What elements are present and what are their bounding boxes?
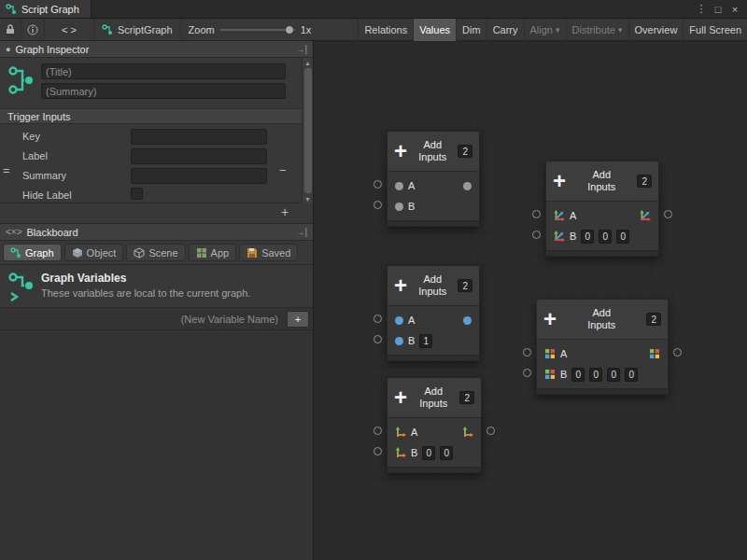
input-count-badge: 2 xyxy=(646,313,661,326)
align-dropdown[interactable]: Align ▾ xyxy=(524,19,566,41)
plus-icon: + xyxy=(543,310,557,329)
tab-label: Scene xyxy=(148,247,177,259)
label-label: Label xyxy=(22,150,48,161)
hide-label-checkbox[interactable] xyxy=(131,188,143,200)
carry-button[interactable]: Carry xyxy=(486,19,524,41)
port-row: B 1 xyxy=(388,330,479,351)
output-port[interactable] xyxy=(664,210,672,218)
summary-input[interactable] xyxy=(131,168,267,184)
scroll-up-icon[interactable]: ▲ xyxy=(304,58,311,67)
add-variable-button[interactable]: + xyxy=(287,311,309,328)
input-port-a[interactable] xyxy=(532,210,541,218)
add-item-button[interactable]: + xyxy=(281,206,289,218)
input-port-a[interactable] xyxy=(374,180,382,189)
vector4-icon xyxy=(544,369,556,380)
input-port-b[interactable] xyxy=(374,201,382,209)
drag-handle-icon[interactable]: = xyxy=(3,164,10,176)
input-port-a[interactable] xyxy=(523,348,531,357)
port-label: B xyxy=(408,201,415,212)
maximize-icon[interactable]: □ xyxy=(710,1,726,18)
relations-button[interactable]: Relations xyxy=(358,19,413,41)
value-input[interactable]: 0 xyxy=(607,368,620,382)
output-port[interactable] xyxy=(673,348,682,357)
graph-variables-icon xyxy=(7,271,35,302)
add-inputs-node-number[interactable]: + Add Inputs 2 A B 1 xyxy=(387,265,480,361)
edit-script-button[interactable]: < > xyxy=(45,19,94,41)
port-label: A xyxy=(408,315,415,326)
tab-menu-icon[interactable]: ⋮ xyxy=(693,1,710,18)
key-input[interactable] xyxy=(131,129,267,145)
distribute-dropdown[interactable]: Distribute ▾ xyxy=(566,19,628,41)
overview-button[interactable]: Overview xyxy=(628,19,684,41)
output-port[interactable] xyxy=(486,427,495,435)
graph-breadcrumb[interactable]: ScriptGraph xyxy=(94,19,181,41)
tab-label: Saved xyxy=(261,247,290,259)
new-variable-row: + xyxy=(0,308,313,330)
info-button[interactable] xyxy=(21,19,45,41)
tab-label: Object xyxy=(87,247,117,259)
value-input[interactable]: 0 xyxy=(589,368,602,382)
dock-icon[interactable]: →| xyxy=(295,44,307,54)
trigger-inputs-section-header: Trigger Inputs xyxy=(0,108,303,124)
plus-icon: + xyxy=(553,172,566,190)
graph-summary-input[interactable] xyxy=(41,83,286,99)
add-inputs-node-vector3[interactable]: + Add Inputs 2 A xyxy=(545,161,659,257)
tab-graph[interactable]: Graph xyxy=(3,244,62,261)
tab-object[interactable]: Object xyxy=(64,244,124,261)
graph-tab-icon xyxy=(10,247,21,259)
port-row: B 0 0 0 0 xyxy=(537,364,668,385)
remove-item-button[interactable]: − xyxy=(279,164,287,176)
vector3-icon xyxy=(554,231,565,242)
window-tab[interactable]: Script Graph xyxy=(0,0,92,18)
value-input[interactable]: 0 xyxy=(625,368,638,382)
value-input[interactable]: 0 xyxy=(616,230,629,244)
tab-app[interactable]: App xyxy=(189,244,237,261)
add-inputs-node-object[interactable]: + Add Inputs 2 A B xyxy=(387,131,480,227)
dim-button[interactable]: Dim xyxy=(456,19,486,41)
value-input[interactable]: 1 xyxy=(419,334,432,348)
app-tab-icon xyxy=(196,247,207,259)
add-inputs-node-vector4[interactable]: + Add Inputs 2 A xyxy=(536,299,669,395)
zoom-slider-handle[interactable] xyxy=(285,25,294,35)
tab-saved[interactable]: Saved xyxy=(239,244,298,261)
new-variable-input[interactable] xyxy=(4,311,280,328)
script-graph-window: Script Graph ⋮ □ × < > xyxy=(0,0,747,560)
plus-icon: + xyxy=(394,276,407,295)
input-port-b[interactable] xyxy=(532,231,541,239)
section-title: Trigger Inputs xyxy=(7,111,70,122)
fullscreen-button[interactable]: Full Screen xyxy=(683,19,747,41)
blackboard-empty-area xyxy=(0,330,313,560)
graph-canvas[interactable]: + Add Inputs 2 A B xyxy=(314,41,747,560)
close-icon[interactable]: × xyxy=(726,1,743,18)
node-title-line1: Add xyxy=(571,169,632,181)
value-input[interactable]: 0 xyxy=(422,446,435,460)
lock-button[interactable] xyxy=(0,19,21,41)
zoom-control: Zoom 1x xyxy=(181,24,319,35)
tab-scene[interactable]: Scene xyxy=(126,244,185,261)
value-input[interactable]: 0 xyxy=(581,230,594,244)
input-port-a[interactable] xyxy=(374,427,382,435)
scroll-down-icon[interactable]: ▼ xyxy=(304,194,311,203)
plus-icon: + xyxy=(394,388,407,407)
graph-title-input[interactable] xyxy=(41,63,286,79)
input-port-b[interactable] xyxy=(374,335,382,343)
input-port-b[interactable] xyxy=(523,369,531,377)
node-title: Add Inputs xyxy=(412,385,455,410)
value-input[interactable]: 0 xyxy=(440,446,453,460)
value-input[interactable]: 0 xyxy=(571,368,585,382)
scrollbar-thumb[interactable] xyxy=(304,68,312,193)
values-button[interactable]: Values xyxy=(413,19,456,41)
label-input[interactable] xyxy=(131,148,267,164)
zoom-slider[interactable] xyxy=(220,29,295,31)
value-input[interactable]: 0 xyxy=(599,230,612,244)
inspector-scrollbar[interactable]: ▲ ▼ xyxy=(302,58,313,203)
object-port-icon xyxy=(395,182,403,190)
add-inputs-node-vector2[interactable]: + Add Inputs 2 A xyxy=(387,377,482,473)
dock-icon[interactable]: →| xyxy=(295,227,307,237)
input-port-a[interactable] xyxy=(374,315,382,323)
node-body: A B 0 0 0 xyxy=(546,202,658,250)
node-title: Add Inputs xyxy=(561,307,641,331)
input-port-b[interactable] xyxy=(374,447,382,455)
node-title-line2: Inputs xyxy=(412,286,453,298)
hide-label-label: Hide Label xyxy=(22,189,72,201)
